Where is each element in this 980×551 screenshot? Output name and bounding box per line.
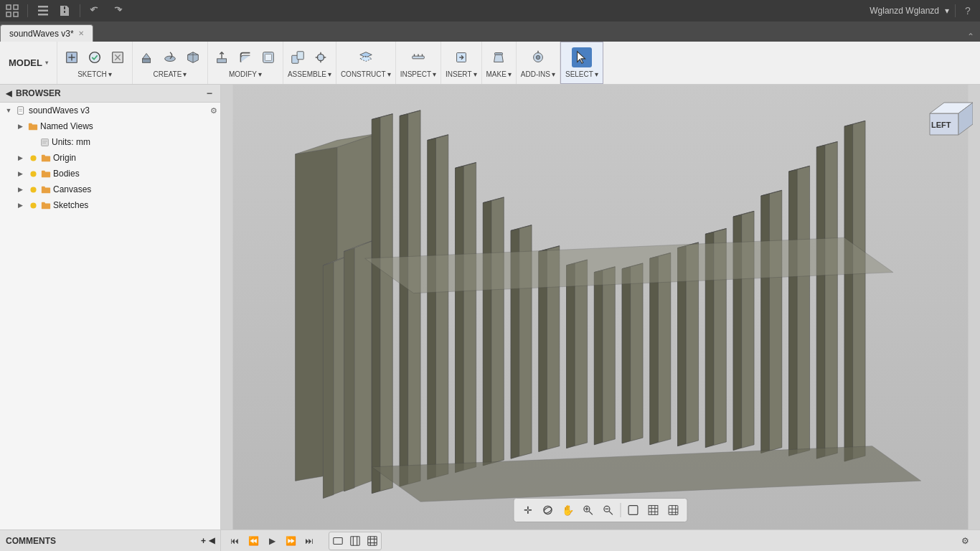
app-grid-icon[interactable] [6,4,19,17]
timeline-settings-icon[interactable]: ⚙ [956,532,974,550]
save-icon[interactable] [58,4,71,17]
user-dropdown-arrow[interactable]: ▾ [945,6,949,16]
svg-point-47 [30,187,36,192]
origin-expand[interactable]: ▶ [14,152,26,164]
view-cube-toggle-icon[interactable] [664,501,683,519]
viewport[interactable]: LEFT ✛ ✋ [221,85,980,529]
file-menu-icon[interactable] [37,4,50,17]
svg-line-121 [589,512,593,515]
tree-origin[interactable]: ▶ Origin [0,150,220,166]
comments-expand-icon[interactable]: ◀ [209,536,215,546]
svg-rect-21 [265,54,271,60]
inspect-measure-icon[interactable] [408,47,428,67]
modify-fillet-icon[interactable] [235,47,255,67]
svg-rect-39 [18,107,24,115]
tabbar-right: ⌃ [967,32,980,42]
titlebar-left [6,4,123,17]
help-icon[interactable]: ? [961,4,974,17]
toolbar-group-assemble[interactable]: ASSEMBLE ▾ [283,42,336,84]
tree-named-views[interactable]: ▶ Named Views [0,118,220,134]
orbit-icon[interactable] [539,501,557,519]
tree-root-soundwaves[interactable]: ▼ soundWaves v3 ⚙ [0,103,220,118]
display-mode-icon[interactable] [624,501,643,519]
timeline-icon1[interactable] [330,533,346,549]
modify-press-pull-icon[interactable] [212,47,232,67]
toolbar-group-sketch[interactable]: SKETCH ▾ [57,42,133,84]
sketches-expand[interactable]: ▶ [14,199,26,211]
origin-folder-icon [40,152,52,164]
create-revolve-icon[interactable] [160,47,180,67]
modify-shell-icon[interactable] [258,47,278,67]
zoom-icon[interactable] [599,501,618,519]
sketch-stop-icon[interactable] [108,47,128,67]
toolbar-group-construct[interactable]: CONSTRUCT ▾ [336,42,396,84]
sketch-create-icon[interactable] [62,47,82,67]
named-views-expand[interactable]: ▶ [14,121,26,132]
bodies-expand[interactable]: ▶ [14,168,26,179]
insert-icon[interactable] [451,47,471,67]
assemble-joint-icon[interactable] [311,47,331,67]
create-label: CREATE ▾ [154,70,187,78]
toolbar-group-inspect[interactable]: INSPECT ▾ [396,42,441,84]
browser-tree: ▼ soundWaves v3 ⚙ ▶ [0,103,220,529]
tree-bodies[interactable]: ▶ Bodies [0,166,220,182]
timeline-next-icon[interactable]: ⏩ [283,533,298,549]
tab-soundwaves[interactable]: soundWaves v3* ✕ [0,24,93,42]
toolbar-group-addins[interactable]: ADD-INS ▾ [517,42,560,84]
svg-rect-142 [368,536,377,545]
svg-marker-15 [143,54,151,59]
grid-icon[interactable] [644,501,663,519]
comments-plus-icon[interactable]: + [201,536,206,546]
svg-rect-139 [351,536,359,545]
undo-icon[interactable] [89,4,102,17]
toolbar-group-insert[interactable]: INSERT ▾ [441,42,482,84]
user-name[interactable]: Wglanzd Wglanzd [870,6,939,16]
create-box-icon[interactable] [183,47,203,67]
move-icon[interactable]: ✛ [519,501,537,519]
timeline-icon3[interactable] [364,533,380,549]
viewcube[interactable]: LEFT [915,92,973,149]
svg-marker-57 [344,248,355,491]
browser-minus-icon[interactable]: − [204,88,215,99]
make-icon[interactable] [489,47,509,67]
select-icon[interactable] [572,47,592,67]
tree-sketches[interactable]: ▶ Sketches [0,197,220,213]
expand-icon[interactable]: ⌃ [967,32,974,42]
sketch-label: SKETCH ▾ [77,70,112,78]
svg-rect-127 [628,506,638,515]
redo-icon[interactable] [110,4,123,17]
toolbar-group-make[interactable]: MAKE ▾ [482,42,517,84]
root-gear-icon[interactable]: ⚙ [210,106,217,116]
timeline-section: ⏮ ⏪ ▶ ⏩ ⏭ [221,530,980,551]
svg-marker-60 [372,118,380,494]
svg-marker-90 [650,256,659,445]
toolbar-group-create[interactable]: CREATE ▾ [133,42,208,84]
create-extrude-icon[interactable] [137,47,157,67]
toolbar-group-select[interactable]: SELECT ▾ [560,42,603,84]
pan-icon[interactable]: ✋ [559,501,578,519]
toolbar-separator-1 [621,503,621,517]
model-button[interactable]: MODEL ▾ [0,42,57,84]
svg-marker-72 [483,201,491,466]
canvases-expand[interactable]: ▶ [14,184,26,195]
zoom-fit-icon[interactable] [579,501,598,519]
construct-offset-plane-icon[interactable] [356,47,376,67]
timeline-start-icon[interactable]: ⏮ [227,533,242,549]
assemble-new-component-icon[interactable] [288,47,308,67]
sketch-finish-icon[interactable] [85,47,105,67]
tree-canvases[interactable]: ▶ Canvases [0,182,220,197]
timeline-icon2[interactable] [347,533,363,549]
svg-line-125 [609,512,613,515]
tab-close-icon[interactable]: ✕ [78,29,84,37]
browser-collapse-icon[interactable]: ◀ [6,89,11,98]
construct-icons [356,47,376,67]
addins-icon[interactable] [528,47,548,67]
timeline-prev-icon[interactable]: ⏪ [245,533,261,549]
toolbar-group-modify[interactable]: MODIFY ▾ [208,42,283,84]
comments-section[interactable]: COMMENTS + ◀ [0,530,221,551]
timeline-end-icon[interactable]: ⏭ [301,533,317,549]
timeline-play-icon[interactable]: ▶ [264,533,280,549]
root-expand-icon[interactable]: ▼ [3,105,14,116]
root-file-icon [16,105,27,116]
tree-units[interactable]: Units: mm [0,134,220,150]
